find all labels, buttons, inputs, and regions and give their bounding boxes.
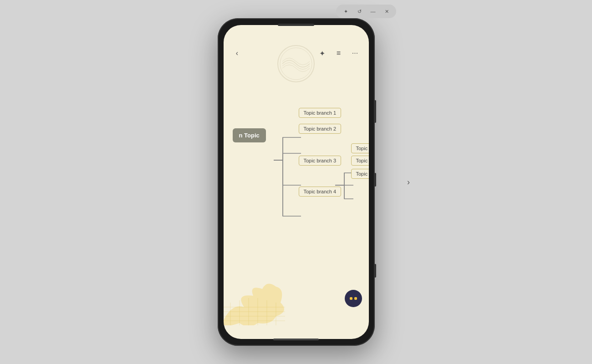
sub-branch-node-3[interactable]: Topic branch 3 bbox=[351, 169, 369, 179]
minimize-button[interactable]: — bbox=[368, 6, 378, 16]
branch-node-4[interactable]: Topic branch 4 bbox=[299, 187, 342, 197]
branch-1-label: Topic branch 1 bbox=[304, 110, 337, 116]
phone-screen: ‹ ✦ ≡ ··· bbox=[224, 25, 369, 339]
branch-3-label: Topic branch 3 bbox=[304, 158, 337, 163]
side-button-vol1 bbox=[374, 173, 376, 187]
back-button[interactable]: ‹ bbox=[232, 48, 243, 59]
list-icon: ≡ bbox=[337, 49, 341, 57]
side-button-vol2 bbox=[374, 264, 376, 278]
pin-icon: ✦ bbox=[319, 49, 325, 58]
refresh-button[interactable]: ↺ bbox=[354, 6, 364, 16]
top-bar: ‹ ✦ ≡ ··· bbox=[224, 25, 369, 63]
sub-branch-3-label: Topic branch 3 bbox=[356, 171, 369, 177]
sub-branch-node-1[interactable]: Topic branch 1 bbox=[351, 143, 369, 153]
sub-branch-1-label: Topic branch 1 bbox=[356, 146, 369, 151]
close-button[interactable]: ✕ bbox=[382, 6, 392, 16]
ai-eye-left bbox=[350, 297, 352, 300]
refresh-icon: ↺ bbox=[357, 9, 362, 15]
list-button[interactable]: ≡ bbox=[333, 48, 344, 59]
more-icon: ··· bbox=[352, 49, 358, 57]
side-button-power bbox=[374, 100, 376, 123]
side-arrow[interactable]: › bbox=[407, 177, 410, 187]
minimize-icon: — bbox=[371, 9, 376, 14]
phone-frame: ‹ ✦ ≡ ··· bbox=[218, 18, 375, 346]
sub-branch-2-label: Topic branch 2 bbox=[356, 158, 369, 163]
ai-assistant-button[interactable] bbox=[345, 290, 362, 307]
branch-node-3[interactable]: Topic branch 3 bbox=[299, 156, 342, 166]
ai-eye-right bbox=[354, 297, 357, 300]
sparkle-icon: ✦ bbox=[344, 9, 348, 15]
pin-button[interactable]: ✦ bbox=[317, 48, 328, 59]
branch-4-label: Topic branch 4 bbox=[304, 189, 337, 194]
branch-node-2[interactable]: Topic branch 2 bbox=[299, 124, 342, 134]
top-bar-actions: ✦ ≡ ··· bbox=[317, 48, 361, 59]
branch-node-1[interactable]: Topic branch 1 bbox=[299, 108, 342, 118]
sub-branch-node-2[interactable]: Topic branch 2 bbox=[351, 156, 369, 166]
close-icon: ✕ bbox=[385, 9, 389, 15]
sparkle-button[interactable]: ✦ bbox=[341, 6, 351, 16]
back-icon: ‹ bbox=[236, 49, 238, 57]
more-button[interactable]: ··· bbox=[350, 48, 361, 59]
ai-eyes bbox=[350, 297, 357, 300]
window-controls: ✦ ↺ — ✕ bbox=[336, 5, 396, 18]
branch-2-label: Topic branch 2 bbox=[304, 126, 337, 131]
